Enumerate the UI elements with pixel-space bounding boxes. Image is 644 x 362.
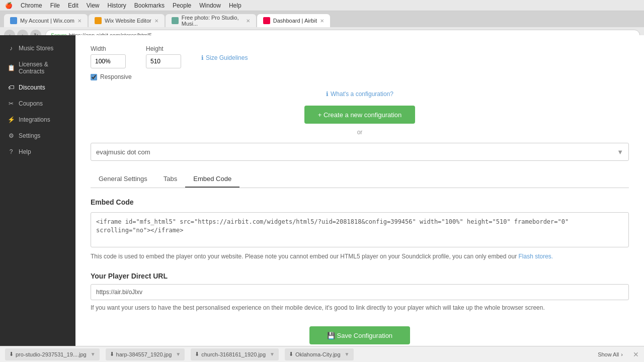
bookmarks-menu[interactable]: Bookmarks — [134, 2, 165, 9]
embed-note: This code is used to embed the player on… — [91, 253, 629, 260]
download-label-3: church-3168161_1920.jpg — [201, 351, 266, 357]
history-menu[interactable]: History — [108, 2, 126, 9]
whats-config-label: What's a configuration? — [331, 90, 393, 98]
settings-icon: ⚙ — [8, 132, 15, 139]
tab-close-2[interactable]: ✕ — [154, 18, 158, 24]
config-dropdown[interactable]: evajmusic dot com ▼ — [91, 143, 629, 161]
embed-note-text: This code is used to embed the player on… — [91, 253, 517, 260]
tab-favicon-4 — [263, 17, 270, 24]
download-close-4[interactable]: ▼ — [345, 351, 350, 357]
show-all-label: Show All — [598, 351, 619, 357]
direct-url-note: If you want your users to have the best … — [91, 304, 629, 311]
close-download-bar-icon[interactable]: ✕ — [633, 350, 639, 358]
view-menu[interactable]: View — [87, 2, 100, 9]
show-all-button[interactable]: Show All › — [598, 351, 623, 357]
or-divider: or — [91, 129, 629, 136]
sidebar-item-integrations[interactable]: ⚡ Integrations — [0, 112, 75, 128]
save-configuration-button[interactable]: 💾 Save Configuration — [309, 326, 410, 344]
download-item-4[interactable]: ⬇ Oklahoma-City.jpg ▼ — [285, 348, 354, 360]
tab-label-1: My Account | Wix.com — [20, 18, 74, 24]
tab-favicon-1 — [10, 17, 17, 24]
size-guidelines-link[interactable]: ℹ Size Guidelines — [201, 54, 248, 61]
download-item-3[interactable]: ⬇ church-3168161_1920.jpg ▼ — [191, 348, 279, 360]
width-input[interactable]: 100% — [91, 54, 126, 68]
direct-url-box: https://air.bi/oJlxv — [91, 284, 629, 300]
tab-close-1[interactable]: ✕ — [77, 18, 82, 24]
info-icon-config: ℹ — [326, 90, 329, 98]
help-menu[interactable]: Help — [229, 2, 242, 9]
tab-embed-code[interactable]: Embed Code — [185, 171, 239, 188]
info-icon: ℹ — [201, 54, 204, 61]
size-guidelines-label: Size Guidelines — [206, 54, 248, 61]
tabs-container: General Settings Tabs Embed Code — [91, 171, 629, 188]
width-group: Width 100% — [91, 45, 126, 68]
sidebar-item-music-stores[interactable]: ♪ Music Stores — [0, 40, 75, 56]
height-label: Height — [146, 45, 181, 52]
browser-tab-1[interactable]: My Account | Wix.com ✕ — [4, 14, 88, 27]
save-label: 💾 Save Configuration — [327, 332, 392, 339]
sidebar-item-discounts[interactable]: 🏷 Discounts — [0, 79, 75, 96]
music-stores-icon: ♪ — [8, 45, 15, 52]
download-close-3[interactable]: ▼ — [270, 351, 275, 357]
sidebar-label-integrations: Integrations — [19, 116, 50, 123]
dropdown-arrow-icon: ▼ — [617, 148, 623, 156]
tab-label-3: Free photo: Pro Studio, Musi... — [182, 15, 243, 27]
help-icon: ? — [8, 148, 15, 155]
download-icon-1: ⬇ — [9, 351, 14, 357]
download-bar: ⬇ pro-studio-2937531_19....jpg ▼ ⬇ harp-… — [0, 346, 644, 362]
sidebar: ♪ Music Stores 📋 Licenses & Contracts 🏷 … — [0, 35, 75, 362]
sidebar-label-discounts: Discounts — [19, 84, 45, 91]
download-icon-3: ⬇ — [195, 351, 199, 357]
responsive-label: Responsive — [100, 73, 132, 80]
tab-close-3[interactable]: ✕ — [246, 18, 250, 24]
download-icon-2: ⬇ — [110, 351, 114, 357]
browser-tab-4[interactable]: Dashboard | Airbit ✕ — [257, 14, 330, 27]
discounts-icon: 🏷 — [8, 84, 15, 91]
sidebar-label-settings: Settings — [19, 132, 40, 139]
responsive-checkbox[interactable] — [91, 74, 97, 80]
download-label-1: pro-studio-2937531_19....jpg — [16, 351, 87, 357]
sidebar-label-help: Help — [19, 148, 31, 155]
licenses-icon: 📋 — [8, 64, 15, 71]
download-label-2: harp-384557_1920.jpg — [116, 351, 172, 357]
height-group: Height 510 — [146, 45, 181, 68]
sidebar-item-help[interactable]: ? Help — [0, 144, 75, 160]
direct-url-value: https://air.bi/oJlxv — [96, 289, 142, 296]
download-close-1[interactable]: ▼ — [91, 351, 96, 357]
sidebar-item-coupons[interactable]: ✂ Coupons — [0, 96, 75, 112]
chrome-menu[interactable]: Chrome — [21, 2, 42, 9]
download-label-4: Oklahoma-City.jpg — [295, 351, 341, 357]
edit-menu[interactable]: Edit — [68, 2, 78, 9]
people-menu[interactable]: People — [173, 2, 191, 9]
file-menu[interactable]: File — [50, 2, 60, 9]
sidebar-label-music-stores: Music Stores — [19, 45, 53, 52]
download-item-1[interactable]: ⬇ pro-studio-2937531_19....jpg ▼ — [5, 348, 100, 360]
whats-config-link[interactable]: ℹ What's a configuration? — [91, 90, 629, 98]
embed-code-textarea[interactable]: <iframe id="<span style="text-decoration… — [91, 212, 629, 247]
window-menu[interactable]: Window — [199, 2, 221, 9]
sidebar-label-coupons: Coupons — [19, 100, 43, 107]
integrations-icon: ⚡ — [8, 116, 15, 123]
tab-tabs[interactable]: Tabs — [155, 171, 185, 188]
dimension-row: Width 100% Height 510 ℹ Size Guidelines — [91, 45, 629, 68]
download-close-2[interactable]: ▼ — [176, 351, 181, 357]
sidebar-item-settings[interactable]: ⚙ Settings — [0, 128, 75, 144]
tab-favicon-2 — [95, 17, 102, 24]
tab-label-2: Wix Website Editor — [105, 18, 151, 24]
apple-menu[interactable]: 🍎 — [5, 2, 13, 9]
sidebar-item-licenses[interactable]: 📋 Licenses & Contracts — [0, 56, 75, 79]
tab-label-4: Dashboard | Airbit — [273, 18, 317, 24]
direct-url-title: Your Player Direct URL — [91, 272, 629, 280]
create-config-label: + Create a new configuration — [318, 111, 402, 119]
tab-close-4[interactable]: ✕ — [320, 18, 324, 24]
height-input[interactable]: 510 — [146, 54, 181, 68]
download-item-2[interactable]: ⬇ harp-384557_1920.jpg ▼ — [106, 348, 185, 360]
browser-tab-2[interactable]: Wix Website Editor ✕ — [89, 14, 165, 27]
flash-stores-link[interactable]: Flash stores. — [519, 253, 553, 260]
sidebar-label-licenses: Licenses & Contracts — [19, 61, 68, 75]
browser-tab-3[interactable]: Free photo: Pro Studio, Musi... ✕ — [166, 14, 256, 27]
create-config-button[interactable]: + Create a new configuration — [304, 106, 415, 124]
main-content: Width 100% Height 510 ℹ Size Guidelines … — [75, 35, 644, 362]
tab-general-settings[interactable]: General Settings — [91, 171, 155, 188]
embed-section-title: Embed Code — [91, 198, 629, 206]
